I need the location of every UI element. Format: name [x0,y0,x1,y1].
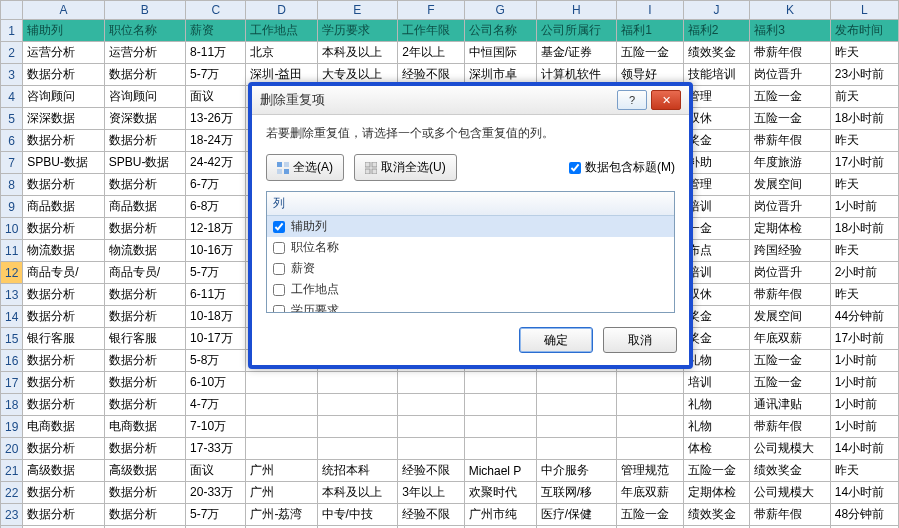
cell[interactable]: 咨询顾问 [23,86,104,108]
cell[interactable]: 4-7万 [186,394,246,416]
cell[interactable]: 统招本科 [317,460,398,482]
cell[interactable]: 带薪年假 [750,130,831,152]
row-header[interactable]: 17 [1,372,23,394]
cell[interactable]: 欢聚时代 [464,482,536,504]
cell[interactable]: 互联网/移 [536,482,617,504]
cell[interactable]: 年底双薪 [750,328,831,350]
cell[interactable]: 运营分析 [23,42,104,64]
cell[interactable]: 6-7万 [186,174,246,196]
cell[interactable]: 5-7万 [186,64,246,86]
cell[interactable]: 奖金 [683,306,750,328]
cell[interactable]: 18-24万 [186,130,246,152]
dialog-titlebar[interactable]: 删除重复项 ? ✕ [252,86,689,115]
row-header[interactable]: 14 [1,306,23,328]
cell[interactable]: 昨天 [830,284,898,306]
cell[interactable] [246,394,317,416]
cell[interactable]: 数据分析 [104,64,185,86]
cell[interactable] [398,438,465,460]
cell[interactable]: 7-10万 [186,416,246,438]
header-cell[interactable]: 学历要求 [317,20,398,42]
cell[interactable]: 数据分析 [23,482,104,504]
column-option[interactable]: 职位名称 [267,237,674,258]
cell[interactable]: 高级数据 [104,460,185,482]
cell[interactable]: 礼物 [683,350,750,372]
cell[interactable]: 数据分析 [104,372,185,394]
cell[interactable]: 数据分析 [23,394,104,416]
column-header[interactable]: C [186,1,246,20]
cell[interactable]: 数据分析 [104,306,185,328]
cell[interactable]: 中恒国际 [464,42,536,64]
column-header[interactable]: A [23,1,104,20]
cell[interactable]: 带薪年假 [750,284,831,306]
cell[interactable]: 13-26万 [186,108,246,130]
cell[interactable]: 44分钟前 [830,306,898,328]
header-cell[interactable]: 辅助列 [23,20,104,42]
cell[interactable]: 五险一金 [617,42,684,64]
cell[interactable]: 通讯津贴 [750,394,831,416]
cell[interactable]: 数据分析 [23,306,104,328]
row-header[interactable]: 11 [1,240,23,262]
cell[interactable]: 礼物 [683,416,750,438]
cell[interactable] [317,438,398,460]
cell[interactable]: 数据分析 [23,130,104,152]
header-cell[interactable]: 福利1 [617,20,684,42]
cell[interactable]: 昨天 [830,460,898,482]
cell[interactable]: 医疗/保健 [536,504,617,526]
close-button[interactable]: ✕ [651,90,681,110]
cell[interactable] [246,372,317,394]
cell[interactable]: 基金/证券 [536,42,617,64]
row-header[interactable]: 6 [1,130,23,152]
cell[interactable]: 银行客服 [23,328,104,350]
cell[interactable]: 昨天 [830,130,898,152]
cell[interactable]: 商品数据 [104,196,185,218]
cell[interactable]: 18小时前 [830,108,898,130]
header-cell[interactable]: 薪资 [186,20,246,42]
cell[interactable]: 数据分析 [23,438,104,460]
cell[interactable]: 1小时前 [830,416,898,438]
row-header[interactable]: 2 [1,42,23,64]
cell[interactable]: 咨询顾问 [104,86,185,108]
cell[interactable]: 电商数据 [23,416,104,438]
cell[interactable] [536,372,617,394]
row-header[interactable]: 15 [1,328,23,350]
cell[interactable] [317,394,398,416]
column-header[interactable]: B [104,1,185,20]
cell[interactable] [536,438,617,460]
cell[interactable]: 公司规模大 [750,438,831,460]
cell[interactable]: 深深数据 [23,108,104,130]
header-cell[interactable]: 职位名称 [104,20,185,42]
cell[interactable] [536,416,617,438]
cell[interactable]: 6-10万 [186,372,246,394]
cell[interactable]: 五险一金 [750,350,831,372]
cell[interactable]: 五险一金 [750,108,831,130]
cell[interactable]: 数据分析 [23,372,104,394]
cell[interactable] [617,438,684,460]
cell[interactable] [317,416,398,438]
cell[interactable]: 数据分析 [104,284,185,306]
cell[interactable]: 双休 [683,284,750,306]
cell[interactable]: 北京 [246,42,317,64]
cell[interactable] [617,394,684,416]
row-header[interactable]: 8 [1,174,23,196]
header-cell[interactable]: 发布时间 [830,20,898,42]
row-header[interactable]: 10 [1,218,23,240]
cell[interactable]: 五险一金 [617,504,684,526]
cell[interactable]: 18小时前 [830,218,898,240]
cell[interactable]: 补助 [683,152,750,174]
cell[interactable]: 双休 [683,108,750,130]
cell[interactable]: 14小时前 [830,438,898,460]
cell[interactable]: Michael P [464,460,536,482]
cell[interactable]: 24-42万 [186,152,246,174]
header-cell[interactable]: 公司名称 [464,20,536,42]
cell[interactable]: 绩效奖金 [683,42,750,64]
cell[interactable]: 运营分析 [104,42,185,64]
cell[interactable] [398,372,465,394]
cell[interactable]: 技能培训 [683,64,750,86]
cell[interactable]: 绩效奖金 [750,460,831,482]
row-header[interactable]: 5 [1,108,23,130]
row-header[interactable]: 19 [1,416,23,438]
cell[interactable]: SPBU-数据 [23,152,104,174]
column-header[interactable]: L [830,1,898,20]
cell[interactable]: 昨天 [830,42,898,64]
header-cell[interactable]: 工作地点 [246,20,317,42]
